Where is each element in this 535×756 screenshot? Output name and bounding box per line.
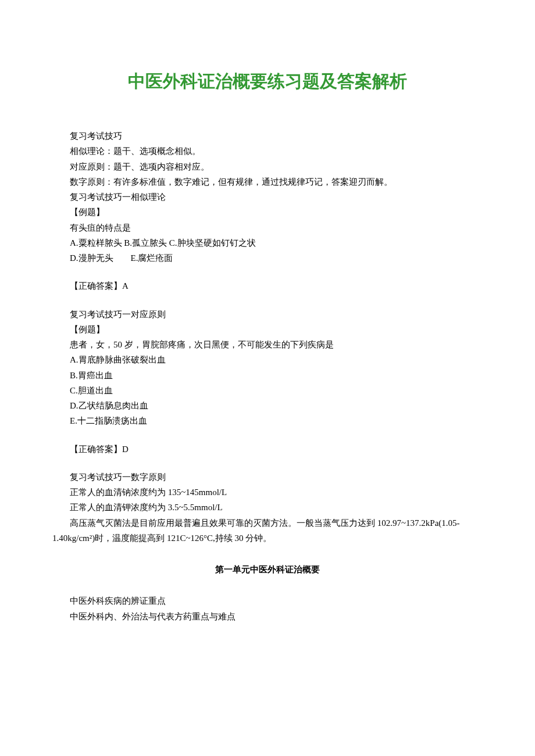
- document-page: 中医外科证治概要练习题及答案解析 复习考试技巧 相似理论：题干、选项概念相似。 …: [0, 0, 535, 671]
- paragraph: 中医外科内、外治法与代表方药重点与难点: [52, 609, 483, 624]
- answer-line: 【正确答案】A: [52, 278, 483, 293]
- paragraph: 复习考试技巧一相似理论: [52, 189, 483, 205]
- question-option: E.十二指肠溃疡出血: [52, 413, 483, 428]
- paragraph: 相似理论：题干、选项概念相似。: [52, 144, 483, 159]
- spacer: [52, 266, 483, 278]
- paragraph: 正常人的血清钾浓度约为 3.5~5.5mmol/L: [52, 500, 483, 515]
- paragraph: 对应原则：题干、选项内容相对应。: [52, 159, 483, 174]
- question-stem: 患者，女，50 岁，胃脘部疼痛，次日黑便，不可能发生的下列疾病是: [52, 337, 483, 352]
- question-option: A.粟粒样脓头 B.孤立脓头 C.肿块坚硬如钉钉之状: [52, 235, 483, 250]
- question-option: D.乙状结肠息肉出血: [52, 398, 483, 413]
- page-title: 中医外科证治概要练习题及答案解析: [52, 70, 483, 94]
- spacer: [52, 457, 483, 470]
- example-marker: 【例题】: [52, 205, 483, 220]
- question-option: C.胆道出血: [52, 383, 483, 398]
- spacer: [52, 429, 483, 442]
- body-text: 复习考试技巧 相似理论：题干、选项概念相似。 对应原则：题干、选项内容相对应。 …: [52, 128, 483, 624]
- paragraph: 复习考试技巧: [52, 128, 483, 144]
- answer-line: 【正确答案】D: [52, 442, 483, 457]
- paragraph: 高压蒸气灭菌法是目前应用最普遍且效果可靠的灭菌方法。一般当蒸气压力达到 102.…: [52, 515, 483, 546]
- spacer: [52, 294, 483, 307]
- paragraph: 中医外科疾病的辨证重点: [52, 593, 483, 608]
- paragraph: 正常人的血清钠浓度约为 135~145mmol/L: [52, 485, 483, 500]
- section-heading: 第一单元中医外科证治概要: [52, 562, 483, 577]
- question-option: D.漫肿无头 E.腐烂疮面: [52, 250, 483, 266]
- example-marker: 【例题】: [52, 322, 483, 337]
- question-option: B.胃癌出血: [52, 368, 483, 383]
- paragraph: 复习考试技巧一对应原则: [52, 307, 483, 322]
- question-option: A.胃底静脉曲张破裂出血: [52, 352, 483, 367]
- paragraph: 数字原则：有许多标准值，数字难记，但有规律，通过找规律巧记，答案迎刃而解。: [52, 174, 483, 189]
- question-stem: 有头疽的特点是: [52, 220, 483, 235]
- paragraph: 复习考试技巧一数字原则: [52, 470, 483, 485]
